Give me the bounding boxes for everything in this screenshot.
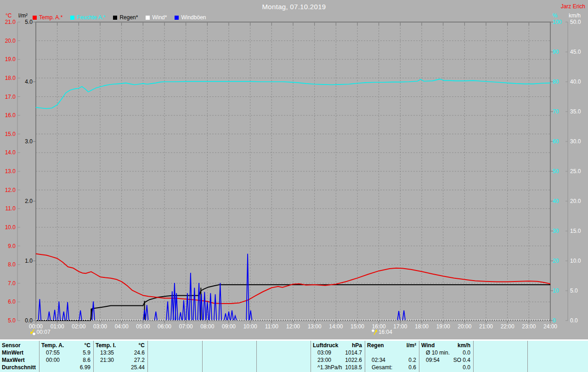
x-axis-label: 09:00 bbox=[222, 323, 236, 330]
table-cell-time bbox=[474, 356, 480, 364]
table-cell-value bbox=[154, 356, 202, 364]
gust-spike bbox=[179, 312, 182, 320]
gust-spike bbox=[186, 293, 189, 320]
table-cell-value bbox=[263, 364, 311, 371]
table-cell-value: 24.6 bbox=[114, 349, 147, 356]
table-col-unit: km/h bbox=[435, 342, 473, 349]
table-col-temp-i-: Temp. I.°C13:3524.621:3027.225.44 bbox=[94, 341, 148, 372]
table-cell-time bbox=[474, 349, 480, 356]
gust-spike bbox=[62, 312, 65, 321]
temp-axis-label: 14.0 bbox=[5, 149, 16, 156]
moonset-icon bbox=[29, 329, 36, 335]
x-axis-label: 05:00 bbox=[136, 323, 150, 330]
gust-spike bbox=[214, 294, 217, 320]
rain-axis-label: 5.0 bbox=[25, 19, 33, 25]
table-cell-value bbox=[154, 349, 202, 356]
temp-axis-label: 6.0 bbox=[8, 299, 16, 305]
moonset-time: 00:07 bbox=[37, 329, 51, 335]
temp-axis-label: 8.0 bbox=[8, 261, 16, 268]
x-axis-label: 20:00 bbox=[458, 323, 471, 330]
table-cell-time bbox=[148, 349, 154, 356]
table-cell-time bbox=[474, 364, 480, 371]
x-axis-label: 23:00 bbox=[522, 323, 536, 330]
table-col-unit: °C bbox=[116, 342, 147, 349]
table-col-header: Luftdruck bbox=[311, 342, 338, 349]
wind-axis-label: 45.0 bbox=[570, 49, 581, 55]
gust-spike bbox=[53, 310, 56, 320]
x-axis-label: 11:00 bbox=[265, 323, 278, 330]
table-cell-value: 0.0 bbox=[450, 349, 473, 356]
gust-spike bbox=[224, 313, 227, 320]
table-col-unit: hPa bbox=[338, 342, 365, 349]
gust-spike bbox=[48, 312, 51, 321]
wind-axis-label: 25.0 bbox=[570, 168, 581, 175]
x-axis-label: 02:00 bbox=[72, 323, 85, 330]
humidity-axis-label: 0 bbox=[553, 317, 556, 324]
wind-axis-label: 30.0 bbox=[570, 138, 581, 145]
table-row-label: MaxWert bbox=[0, 356, 25, 364]
temp-axis-label: 21.0 bbox=[5, 19, 16, 25]
temp-axis-label: 17.0 bbox=[5, 94, 16, 100]
rain-axis-label: 1.0 bbox=[25, 258, 33, 264]
x-axis-label: 12:00 bbox=[286, 323, 300, 330]
table-col-header: Temp. A. bbox=[40, 342, 64, 349]
table-cell-value bbox=[209, 349, 256, 356]
table-col-header: Wind bbox=[419, 342, 435, 349]
temp-axis-label: 7.0 bbox=[8, 280, 16, 287]
table-cell-value: 8.6 bbox=[60, 356, 93, 364]
table-cell-value bbox=[263, 356, 311, 364]
gust-spike bbox=[182, 300, 185, 320]
table-cell-time bbox=[419, 364, 426, 371]
table-col-header: Regen bbox=[365, 342, 384, 349]
table-cell-time bbox=[257, 349, 263, 356]
moonset-marker: 00:07 bbox=[29, 329, 51, 335]
gust-spike bbox=[166, 301, 169, 320]
table-cell-time: 23:00 bbox=[311, 356, 331, 364]
table-row-label: MinWert bbox=[0, 349, 23, 356]
gust-spike bbox=[189, 273, 192, 320]
weather-app-window: { "window": { "title": "Montag, 07.10.20… bbox=[0, 0, 588, 372]
humidity-axis-label: 90 bbox=[553, 49, 559, 55]
gust-spike bbox=[249, 310, 252, 320]
temp-axis-label: 13.0 bbox=[5, 168, 16, 175]
table-cell-value bbox=[154, 364, 202, 371]
temp-axis-label: 5.0 bbox=[8, 317, 16, 324]
temp-axis-label: 11.0 bbox=[6, 205, 16, 212]
table-cell-value: 0.2 bbox=[385, 356, 419, 364]
gust-spike bbox=[146, 305, 148, 320]
table-cell-time: ^1.3hPa/h bbox=[311, 364, 342, 371]
table-cell-time bbox=[203, 364, 209, 371]
table-col-temp-a-: Temp. A.°C07:555.900:008.66.99 bbox=[40, 341, 94, 372]
table-col-regen: Regenl/m²02:340.2Gesamt:0.6 bbox=[365, 341, 419, 372]
table-cell-value: SO 0.4 bbox=[440, 356, 473, 364]
table-cell-value: 6.99 bbox=[46, 364, 93, 371]
x-axis-label: 17:00 bbox=[393, 323, 407, 330]
wind-axis-label: 20.0 bbox=[570, 198, 581, 204]
rain-axis-label: 4.0 bbox=[25, 79, 33, 85]
temp-axis-label: 15.0 bbox=[5, 131, 16, 137]
temp-axis-label: 9.0 bbox=[8, 243, 16, 249]
gust-spike bbox=[219, 283, 222, 320]
table-col-unit bbox=[259, 342, 311, 349]
table-col-unit: l/m² bbox=[384, 342, 419, 349]
moonrise-icon bbox=[371, 329, 378, 335]
gust-spike bbox=[397, 311, 400, 320]
x-axis-label: 24:00 bbox=[543, 323, 557, 330]
gust-spike bbox=[234, 316, 237, 320]
gust-spike bbox=[246, 254, 249, 320]
rain-axis-label: 3.0 bbox=[25, 138, 33, 145]
humidity-axis-label: 30 bbox=[553, 228, 559, 234]
table-cell-value bbox=[209, 364, 256, 371]
gust-spike bbox=[58, 301, 61, 320]
table-cell-value bbox=[480, 364, 527, 371]
gust-spike bbox=[231, 310, 233, 320]
table-row-labels: SensorMinWertMaxWertDurchschnitt bbox=[0, 341, 40, 372]
weather-chart: 21.020.019.018.017.016.015.014.013.012.0… bbox=[0, 0, 588, 372]
table-col-unit bbox=[204, 342, 256, 349]
humidity-axis-label: 50 bbox=[553, 168, 559, 175]
gust-spike bbox=[198, 283, 200, 320]
humidity-axis-label: 70 bbox=[553, 108, 559, 115]
x-axis-label: 19:00 bbox=[436, 323, 450, 330]
table-col-empty-3 bbox=[203, 341, 257, 372]
table-cell-time bbox=[203, 356, 209, 364]
